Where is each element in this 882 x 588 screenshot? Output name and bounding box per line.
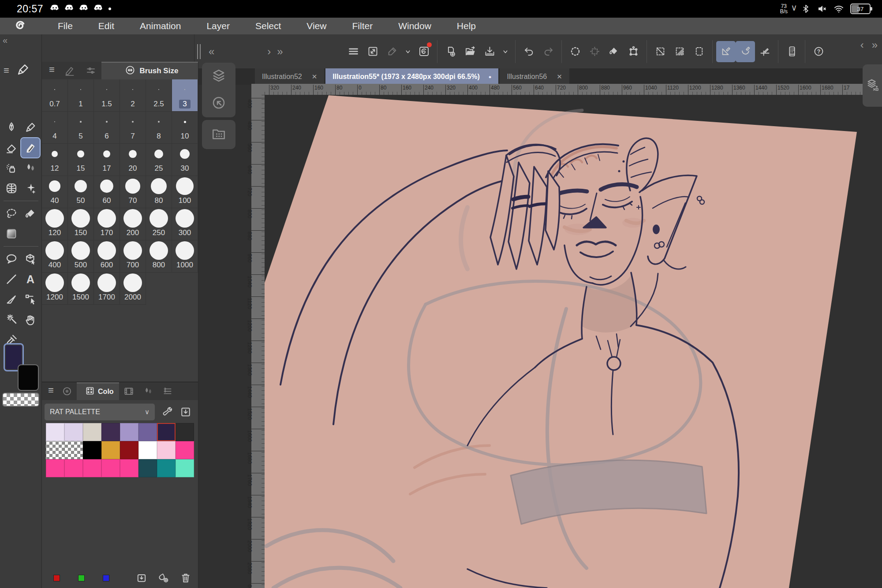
tab-overflow-chevron-icon[interactable]: ∨ <box>791 2 797 13</box>
color-history-tab[interactable] <box>158 382 177 400</box>
brush-panel-menu-icon[interactable]: ≡ <box>42 62 59 79</box>
selection-border-button[interactable] <box>689 41 709 62</box>
brush-size-1000[interactable]: 1000 <box>172 240 198 273</box>
brush-size-1.5[interactable]: 1.5 <box>94 79 120 112</box>
brush-size-30[interactable]: 30 <box>172 144 198 176</box>
brush-size-100[interactable]: 100 <box>172 176 198 208</box>
brush-size-7[interactable]: 7 <box>120 112 146 144</box>
brush-size-40[interactable]: 40 <box>42 176 68 208</box>
menu-file[interactable]: File <box>45 21 86 31</box>
redo-button[interactable] <box>538 41 558 62</box>
brush-size-170[interactable]: 170 <box>94 208 120 240</box>
tool-figure[interactable] <box>2 179 21 198</box>
brush-size-15[interactable]: 15 <box>68 144 94 176</box>
tab-illustration56[interactable]: Illustration56✕ <box>500 68 569 85</box>
tool-palette-collapse[interactable]: « <box>0 34 41 45</box>
fullscreen-button[interactable] <box>363 41 382 62</box>
close-icon[interactable]: ✕ <box>557 73 562 81</box>
swatch-1-3[interactable] <box>101 441 120 459</box>
transform-button[interactable] <box>624 41 643 62</box>
brush-size-800[interactable]: 800 <box>146 240 172 273</box>
brush-size-2[interactable]: 2 <box>120 79 146 112</box>
snap-to-special-ruler-button[interactable] <box>736 41 755 62</box>
tool-object[interactable] <box>21 290 40 309</box>
next-panel-button[interactable]: › <box>267 45 271 58</box>
menu-filter[interactable]: Filter <box>339 21 385 31</box>
brush-size-70[interactable]: 70 <box>120 176 146 208</box>
expand-all-button[interactable]: » <box>277 45 283 58</box>
swatch-1-6[interactable] <box>157 441 176 459</box>
selection-shrink-button[interactable] <box>670 41 689 62</box>
sub-color-chip[interactable] <box>18 364 39 391</box>
tool-airbrush[interactable] <box>2 158 21 178</box>
swatch-2-5[interactable] <box>138 459 157 477</box>
brush-size-400[interactable]: 400 <box>42 240 68 273</box>
transparent-color-chip[interactable] <box>2 393 39 407</box>
menu-animation[interactable]: Animation <box>127 21 194 31</box>
tool-auto-select[interactable] <box>2 310 21 330</box>
delete-color-button[interactable] <box>179 572 192 584</box>
brush-size-8[interactable]: 8 <box>146 112 172 144</box>
swatch-1-0[interactable] <box>46 441 64 459</box>
brush-size-600[interactable]: 600 <box>94 240 120 273</box>
tool-eraser[interactable] <box>2 138 21 157</box>
brush-size-250[interactable]: 250 <box>146 208 172 240</box>
tool-marker[interactable] <box>21 118 40 137</box>
brush-size-1200[interactable]: 1200 <box>42 273 68 305</box>
swatch-1-7[interactable] <box>176 441 194 459</box>
collapse-panel-button[interactable]: « <box>209 45 214 58</box>
swatch-0-3[interactable] <box>101 423 120 441</box>
navigator-quick-button[interactable] <box>211 95 227 112</box>
tab-illustration55[interactable]: Illustration55* (1973 x 2480px 300dpi 66… <box>325 68 498 85</box>
deselect-button[interactable] <box>585 41 604 62</box>
brush-size-tab[interactable]: Brush Size <box>101 62 198 79</box>
main-menu-button[interactable] <box>344 41 363 62</box>
intermediate-color-tab[interactable] <box>119 382 138 400</box>
approx-color-tab[interactable] <box>138 382 158 400</box>
menu-window[interactable]: Window <box>385 21 444 31</box>
tool-object-3d[interactable] <box>21 249 40 269</box>
tool-brush[interactable] <box>21 138 40 157</box>
help-button[interactable]: ? <box>809 41 828 62</box>
layer-panel-toggle-button[interactable] <box>863 64 882 107</box>
tool-ruler[interactable] <box>2 290 21 309</box>
color-panel-menu-icon[interactable]: ≡ <box>42 382 57 400</box>
dropdown-button[interactable] <box>499 41 512 62</box>
brush-size-1500[interactable]: 1500 <box>68 273 94 305</box>
tool-gradient[interactable] <box>2 224 21 243</box>
panel-expand-button[interactable]: » <box>872 39 878 51</box>
menu-layer[interactable]: Layer <box>194 21 243 31</box>
brush-size-5[interactable]: 5 <box>68 112 94 144</box>
tool-lasso[interactable] <box>2 204 21 223</box>
swatch-2-3[interactable] <box>101 459 120 477</box>
swatch-0-0[interactable] <box>46 423 64 441</box>
brush-size-200[interactable]: 200 <box>120 208 146 240</box>
swatch-2-2[interactable] <box>83 459 101 477</box>
swatch-2-0[interactable] <box>46 459 64 477</box>
replace-color-button[interactable] <box>135 572 148 584</box>
tool-text[interactable]: A <box>21 270 40 289</box>
snap-to-ruler-button[interactable] <box>716 41 736 62</box>
menu-select[interactable]: Select <box>243 21 294 31</box>
canvas-artwork[interactable] <box>265 95 882 588</box>
swatch-0-1[interactable] <box>64 423 83 441</box>
swatch-1-4[interactable] <box>120 441 138 459</box>
edit-in-app-button[interactable] <box>382 41 402 62</box>
tab-illustration52[interactable]: Illustration52✕ <box>255 68 324 85</box>
clip-studio-logo-icon[interactable] <box>12 19 26 33</box>
palette-settings-wrench-icon[interactable] <box>161 406 173 418</box>
select-area-button[interactable] <box>565 41 585 62</box>
sub-tool-tab[interactable] <box>59 62 80 79</box>
brush-size-120[interactable]: 120 <box>42 208 68 240</box>
materials-quick-button[interactable] <box>211 126 227 143</box>
brush-size-1700[interactable]: 1700 <box>94 273 120 305</box>
new-canvas-button[interactable] <box>441 41 460 62</box>
swatch-2-7[interactable] <box>176 459 194 477</box>
swatch-0-6[interactable] <box>157 423 176 441</box>
brush-size-0.7[interactable]: 0.7 <box>42 79 68 112</box>
brush-size-25[interactable]: 25 <box>146 144 172 176</box>
palette-select-dropdown[interactable]: RAT PALLETTE ∨ <box>45 404 155 420</box>
brush-size-80[interactable]: 80 <box>146 176 172 208</box>
menu-edit[interactable]: Edit <box>86 21 127 31</box>
palette-import-icon[interactable] <box>179 406 192 418</box>
